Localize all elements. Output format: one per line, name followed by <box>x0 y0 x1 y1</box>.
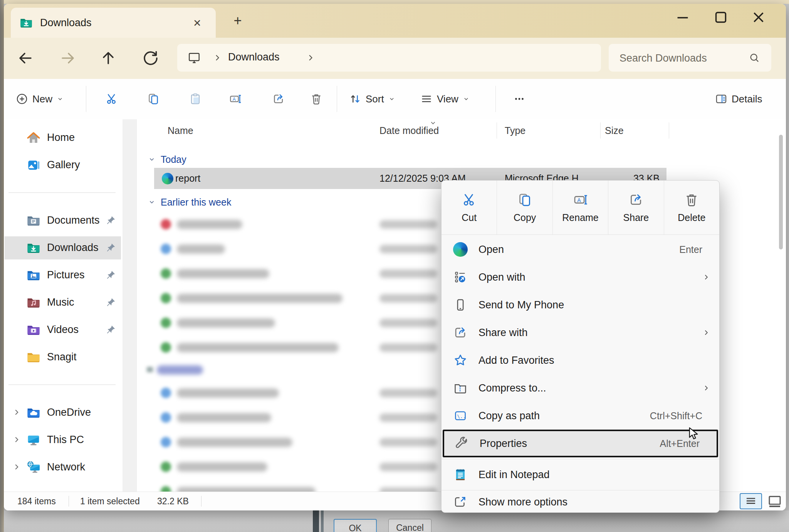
expand-chevron-icon <box>12 462 22 472</box>
view-icon <box>420 92 433 105</box>
redacted-file-date <box>379 389 437 397</box>
column-header-size[interactable]: Size <box>605 119 624 142</box>
sidebar-item-network[interactable]: Network <box>4 453 123 481</box>
column-header-date-modified[interactable]: Date modified <box>379 119 439 142</box>
folder-videos-icon <box>26 323 41 337</box>
wrench-icon <box>454 436 469 451</box>
minimize-button[interactable] <box>670 8 695 26</box>
menu-separator <box>442 459 719 459</box>
file-list-scrollbar-thumb[interactable] <box>779 135 783 249</box>
maximize-button[interactable] <box>708 8 734 26</box>
new-button[interactable]: New <box>15 87 64 110</box>
sidebar-item-documents[interactable]: Documents <box>4 207 123 234</box>
breadcrumb-chevron-icon[interactable] <box>212 52 223 63</box>
menu-item-edit-in-notepad[interactable]: Edit in Notepad <box>442 461 719 489</box>
thumbnail-view-toggle[interactable] <box>766 493 784 509</box>
up-button[interactable] <box>99 49 118 67</box>
view-button[interactable]: View <box>420 87 470 110</box>
details-pane-button[interactable]: Details <box>715 87 766 110</box>
cut-button[interactable] <box>101 87 123 110</box>
quick-action-share[interactable]: Share <box>608 181 664 234</box>
share-button[interactable] <box>268 87 289 110</box>
notepad-icon <box>453 467 468 482</box>
address-bar[interactable]: Downloads <box>177 44 601 72</box>
menu-item-show-more-options[interactable]: Show more options <box>442 492 719 512</box>
back-icon <box>16 49 35 67</box>
breadcrumb-chevron-icon[interactable] <box>305 52 316 63</box>
redacted-file-date <box>379 220 437 229</box>
forward-button[interactable] <box>59 49 77 67</box>
sidebar-item-videos[interactable]: Videos <box>4 316 123 343</box>
search-box[interactable] <box>609 44 771 72</box>
sidebar-item-gallery[interactable]: Gallery <box>4 151 123 179</box>
copy-icon <box>517 192 532 207</box>
menu-item-properties[interactable]: PropertiesAlt+Enter <box>443 430 718 457</box>
svg-text:A: A <box>233 97 236 102</box>
delete-button[interactable] <box>306 87 327 110</box>
paste-icon <box>189 92 202 105</box>
quick-action-rename[interactable]: ARename <box>553 181 608 234</box>
sidebar-item-music[interactable]: Music <box>4 289 123 316</box>
new-tab-button[interactable]: + <box>230 13 246 29</box>
tab-close-button[interactable]: ✕ <box>190 16 204 30</box>
menu-item-open[interactable]: OpenEnter <box>442 236 719 263</box>
back-button[interactable] <box>16 49 35 67</box>
cut-icon <box>105 92 118 105</box>
group-label-redacted <box>157 365 203 375</box>
redacted-file-icon <box>161 462 171 472</box>
sort-button[interactable]: Sort <box>349 87 396 110</box>
menu-item-label: Open with <box>478 271 525 283</box>
pin-icon <box>106 242 116 253</box>
column-divider[interactable] <box>669 122 669 139</box>
paste-button[interactable] <box>185 87 206 110</box>
sidebar-item-onedrive[interactable]: OneDrive <box>4 399 123 426</box>
menu-item-label: Properties <box>480 438 527 450</box>
close-button[interactable] <box>746 8 771 26</box>
rename-icon: A <box>229 92 242 105</box>
column-divider[interactable] <box>497 122 497 139</box>
menu-item-copy-as-path[interactable]: \..Copy as pathCtrl+Shift+C <box>442 402 719 430</box>
column-divider[interactable] <box>600 122 601 139</box>
svg-text:A: A <box>577 197 581 203</box>
sidebar-item-downloads[interactable]: Downloads <box>4 234 123 261</box>
background-dialog-ok-button[interactable]: OK <box>334 519 377 532</box>
breadcrumb-downloads[interactable]: Downloads <box>228 51 280 63</box>
sidebar-item-this-pc[interactable]: This PC <box>4 426 123 453</box>
redacted-file-date <box>379 294 437 303</box>
group-header-today[interactable]: Today <box>137 151 786 168</box>
title-bar: Downloads ✕ + <box>4 4 786 38</box>
menu-item-open-with[interactable]: Open with <box>442 263 719 291</box>
column-header-type[interactable]: Type <box>505 119 525 142</box>
status-divider <box>201 496 201 507</box>
sidebar-item-home[interactable]: Home <box>4 124 123 151</box>
copy-button[interactable] <box>143 87 164 110</box>
thumbnail-view-icon <box>766 493 784 509</box>
quick-action-delete[interactable]: Delete <box>664 181 719 234</box>
column-header-name[interactable]: Name <box>168 119 193 142</box>
quick-action-cut[interactable]: Cut <box>442 181 497 234</box>
sidebar-item-snagit[interactable]: Snagit <box>4 343 123 371</box>
edge-icon <box>453 242 468 257</box>
menu-item-send-to-my-phone[interactable]: Send to My Phone <box>442 291 719 319</box>
refresh-button[interactable] <box>141 49 159 67</box>
details-label: Details <box>732 93 762 105</box>
sidebar-item-pictures[interactable]: Pictures <box>4 261 123 289</box>
menu-item-share-with[interactable]: Share with <box>442 319 719 346</box>
quick-action-copy[interactable]: Copy <box>497 181 552 234</box>
more-options-button[interactable] <box>509 87 530 110</box>
group-label-text: Today <box>161 154 186 165</box>
open-with-icon <box>453 270 468 284</box>
menu-item-compress-to[interactable]: Compress to... <box>442 374 719 402</box>
search-input[interactable] <box>619 44 736 72</box>
sidebar-scrollbar-track[interactable] <box>123 119 136 492</box>
search-icon[interactable] <box>748 52 760 64</box>
sidebar-item-label: Network <box>47 461 85 473</box>
quick-action-label: Cut <box>462 212 477 223</box>
details-view-toggle[interactable] <box>740 493 762 509</box>
explorer-tab-downloads[interactable]: Downloads ✕ <box>11 8 216 38</box>
home-icon <box>26 130 41 145</box>
background-dialog-cancel-button[interactable]: Cancel <box>388 519 431 532</box>
menu-item-add-to-favorites[interactable]: Add to Favorites <box>442 346 719 374</box>
copy-icon <box>147 92 160 105</box>
rename-button[interactable]: A <box>225 87 246 110</box>
